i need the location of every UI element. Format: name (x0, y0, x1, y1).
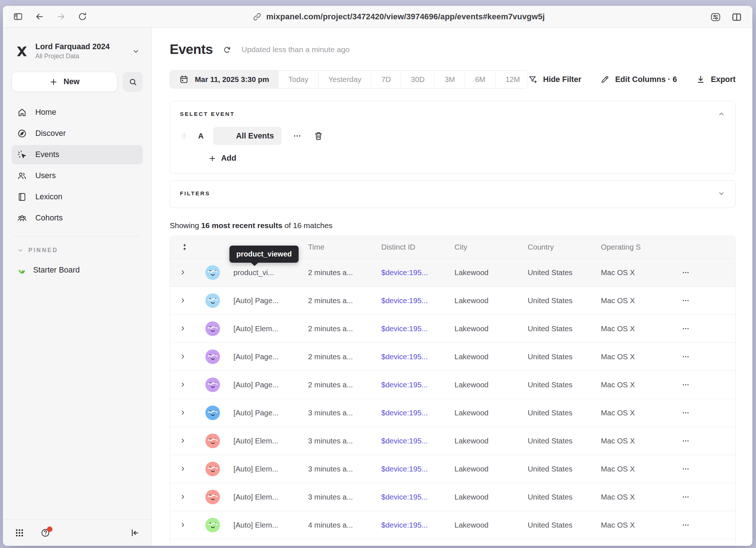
column-header[interactable]: Country (524, 243, 597, 251)
preset-yesterday[interactable]: Yesterday (318, 71, 371, 88)
chevron-right-icon[interactable] (180, 410, 186, 416)
table-row[interactable]: [Auto] Page...2 minutes a...$device:195.… (170, 287, 735, 315)
preset-12m[interactable]: 12M (495, 71, 528, 88)
export-button[interactable]: Export (696, 75, 736, 84)
preset-6m[interactable]: 6M (465, 71, 495, 88)
apps-grid-icon[interactable] (15, 528, 24, 538)
url-bar[interactable]: mixpanel.com/project/3472420/view/397469… (99, 12, 698, 21)
table-row[interactable]: [Auto] Elem...2 minutes a...$device:195.… (170, 315, 735, 343)
collapse-rows-icon[interactable] (181, 243, 189, 251)
chevron-right-icon[interactable] (180, 381, 186, 388)
sidebar-toggle-icon[interactable] (13, 12, 23, 21)
table-row[interactable]: [Auto] Page...2 minutes a...$device:195.… (170, 371, 735, 399)
distinct-id-link[interactable]: $device:195... (378, 465, 451, 473)
distinct-id-link[interactable]: $device:195... (378, 408, 451, 417)
table-row[interactable]: [Auto] Page...2 minutes a...$device:195.… (170, 343, 735, 371)
sidebar-item-lexicon[interactable]: Lexicon (12, 187, 143, 207)
distinct-id-link[interactable]: $device:195... (378, 437, 451, 445)
date-range-button[interactable]: Mar 11, 2025 3:30 pm (170, 71, 278, 88)
sidebar-item-events[interactable]: Events (12, 145, 143, 164)
avatar-cell (196, 539, 230, 546)
row-actions-icon[interactable] (681, 437, 691, 445)
row-actions-icon[interactable] (681, 493, 691, 501)
table-row-partial[interactable] (170, 539, 735, 546)
column-header[interactable]: Operating S (597, 243, 670, 251)
os-cell: Mac OS X (597, 324, 670, 333)
refresh-icon[interactable] (223, 45, 232, 54)
table-row[interactable]: [Auto] Elem...3 minutes a...$device:195.… (170, 455, 735, 483)
sidebar-item-home[interactable]: Home (12, 103, 143, 122)
row-actions-icon[interactable] (681, 521, 691, 529)
hide-filter-label: Hide Filter (543, 75, 581, 84)
chevron-right-icon[interactable] (180, 494, 186, 500)
sidebar-item-users[interactable]: Users (12, 166, 143, 185)
distinct-id-link[interactable]: $device:195... (378, 268, 451, 277)
distinct-id-link[interactable]: $device:195... (378, 380, 451, 389)
edit-columns-button[interactable]: Edit Columns · 6 (600, 75, 677, 84)
sidebar-item-discover[interactable]: Discover (12, 124, 143, 143)
table-row[interactable]: [Auto] Elem...4 minutes a...$device:195.… (170, 511, 735, 539)
distinct-id-link[interactable]: $device:195... (378, 493, 451, 501)
chevron-down-icon[interactable] (717, 189, 725, 197)
row-actions-icon[interactable] (681, 465, 691, 473)
column-header[interactable]: City (451, 243, 524, 251)
project-switcher[interactable]: Lord Farquaad 2024 All Project Data (12, 42, 143, 60)
drag-handle-icon[interactable] (180, 131, 188, 141)
chevron-right-icon[interactable] (180, 353, 186, 360)
help-icon[interactable] (40, 528, 50, 538)
avatar-cell (196, 406, 230, 420)
chevron-right-icon[interactable] (180, 438, 186, 444)
browser-settings-icon[interactable] (710, 12, 721, 21)
sidebar-item-label: Home (35, 108, 56, 117)
row-actions-icon[interactable] (681, 269, 691, 276)
table-row[interactable]: [Auto] Elem...3 minutes a...$device:195.… (170, 427, 735, 455)
split-view-icon[interactable] (731, 12, 742, 21)
sidebar-item-cohorts[interactable]: Cohorts (12, 208, 143, 228)
chevron-right-icon[interactable] (180, 297, 186, 304)
back-icon[interactable] (35, 12, 44, 21)
search-button[interactable] (123, 72, 143, 92)
row-actions-icon[interactable] (681, 325, 691, 332)
chevron-right-icon[interactable] (180, 466, 186, 472)
reload-icon[interactable] (78, 12, 87, 21)
row-actions-icon[interactable] (681, 297, 691, 304)
gear-icon[interactable] (66, 528, 76, 538)
pinned-item-starter-board[interactable]: Starter Board (12, 261, 143, 279)
collapse-sidebar-icon[interactable] (130, 528, 140, 538)
country-cell: United States (524, 521, 597, 529)
table-row[interactable]: [Auto] Page...3 minutes a...$device:195.… (170, 399, 735, 427)
row-actions-icon[interactable] (681, 409, 691, 416)
avatar-cell (196, 490, 230, 504)
chevron-right-icon[interactable] (180, 325, 186, 332)
event-selector-button[interactable]: All Events (213, 127, 281, 145)
distinct-id-link[interactable]: $device:195... (378, 352, 451, 361)
chevron-right-icon[interactable] (180, 522, 186, 528)
row-actions-icon[interactable] (681, 381, 691, 388)
hide-filter-button[interactable]: Hide Filter (528, 75, 581, 84)
sidebar-item-label: Lexicon (35, 192, 62, 201)
add-event-button[interactable]: Add (208, 154, 236, 163)
trash-icon[interactable] (314, 131, 323, 141)
column-header[interactable]: Distinct ID (378, 243, 451, 251)
time-cell: 3 minutes a... (304, 465, 378, 473)
distinct-id-link[interactable]: $device:195... (378, 296, 451, 305)
country-cell: United States (524, 380, 597, 389)
row-actions-cell (670, 381, 735, 388)
table-row[interactable]: [Auto] Elem...3 minutes a...$device:195.… (170, 483, 735, 511)
row-actions-cell (670, 521, 735, 529)
chevron-up-icon[interactable] (717, 110, 725, 118)
chevron-right-icon[interactable] (180, 269, 186, 275)
preset-30d[interactable]: 30D (401, 71, 434, 88)
preset-3m[interactable]: 3M (434, 71, 465, 88)
preset-today[interactable]: Today (278, 71, 318, 88)
distinct-id-link[interactable]: $device:195... (378, 324, 451, 333)
distinct-id-link[interactable]: $device:195... (378, 521, 451, 529)
forward-icon[interactable] (56, 12, 66, 21)
new-button[interactable]: New (12, 72, 117, 92)
column-header[interactable]: Time (304, 243, 378, 251)
city-cell: Lakewood (451, 493, 524, 501)
row-actions-icon[interactable] (681, 353, 691, 360)
event-options-icon[interactable] (292, 132, 303, 140)
preset-7d[interactable]: 7D (371, 71, 401, 88)
pinned-section-header[interactable]: PINNED (12, 245, 143, 256)
